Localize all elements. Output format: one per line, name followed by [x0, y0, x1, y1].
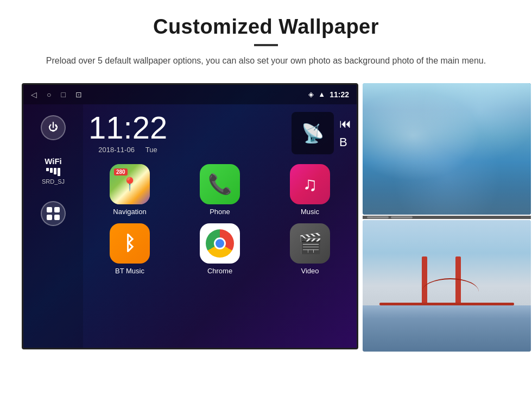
app-item-music[interactable]: ♫ Music [269, 164, 351, 216]
clock-widgets: 📡 ⏮ B [292, 112, 351, 154]
page-subtitle: Preload over 5 default wallpaper options… [43, 54, 489, 68]
bar-4 [58, 168, 60, 176]
bridge-water [363, 305, 531, 352]
mini-bar [363, 216, 531, 219]
status-bar: ◁ ○ □ ⊡ ◈ ▲ 11:22 [23, 85, 357, 104]
bar-1 [46, 168, 49, 171]
home-icon: ○ [47, 90, 51, 99]
date-text: 2018-11-06 [98, 146, 135, 154]
recents-icon: □ [61, 90, 65, 99]
power-icon: ⏻ [48, 122, 58, 133]
wallpaper-preview-ice[interactable] [363, 83, 531, 215]
wifi-widget: WiFi SRD_SJ [42, 156, 65, 185]
prev-track-icon[interactable]: ⏮ [339, 117, 351, 131]
phone-symbol: 📞 [208, 173, 232, 196]
music-label: Music [301, 208, 319, 216]
app-item-bt-music[interactable]: ᛒ BT Music [88, 223, 171, 275]
chrome-label: Chrome [207, 267, 232, 275]
car-setting-area: CarSetting [363, 353, 531, 363]
power-button[interactable]: ⏻ [41, 115, 66, 140]
screen-body: ⏻ WiFi SRD_SJ [23, 104, 357, 348]
bt-music-icon: ᛒ [110, 223, 150, 264]
wifi-label: WiFi [42, 156, 65, 166]
left-sidebar: ⏻ WiFi SRD_SJ [23, 104, 83, 348]
app-item-video[interactable]: 🎬 Video [269, 223, 351, 275]
wifi-signal-bars [42, 168, 65, 176]
location-icon: ◈ [308, 90, 314, 98]
grid-dot [47, 207, 52, 212]
chrome-icon [200, 223, 240, 264]
day-text: Tue [145, 146, 157, 154]
nav-badge: 280 [114, 168, 128, 176]
apps-button[interactable] [41, 201, 66, 226]
grid-dot [54, 207, 60, 212]
phone-label: Phone [210, 208, 230, 216]
radio-icon: 📡 [301, 122, 324, 144]
track-letter: B [339, 135, 351, 149]
clock-date: 2018-11-06 Tue [88, 146, 167, 154]
status-time: 11:22 [330, 90, 349, 99]
video-label: Video [301, 267, 319, 275]
app-grid: 📍 280 Navigation 📞 Phone [88, 164, 351, 275]
phone-icon: 📞 [200, 164, 240, 204]
music-note-symbol: ♫ [303, 173, 318, 196]
clock-time: 11:22 [88, 112, 167, 143]
wifi-network-name: SRD_SJ [42, 178, 65, 185]
wallpaper-previews: CarSetting [363, 83, 531, 363]
wifi-status-icon: ▲ [318, 90, 325, 98]
map-inner: 📍 280 [110, 164, 150, 204]
radio-widget[interactable]: 📡 [292, 112, 334, 154]
bt-music-label: BT Music [115, 267, 144, 275]
status-nav-icons: ◁ ○ □ ⊡ [31, 90, 82, 99]
apps-grid-icon [47, 207, 60, 220]
app-item-navigation[interactable]: 📍 280 Navigation [88, 164, 171, 216]
map-pin-icon: 📍 [122, 177, 138, 192]
chrome-center [214, 237, 226, 249]
video-icon: 🎬 [290, 223, 330, 264]
app-item-chrome[interactable]: Chrome [179, 223, 261, 275]
grid-dot [47, 215, 52, 220]
app-item-phone[interactable]: 📞 Phone [179, 164, 261, 216]
main-content: ◁ ○ □ ⊡ ◈ ▲ 11:22 ⏻ WiFi [0, 78, 532, 363]
back-icon: ◁ [31, 90, 37, 99]
android-screen: ◁ ○ □ ⊡ ◈ ▲ 11:22 ⏻ WiFi [22, 83, 358, 349]
chrome-ring [206, 229, 234, 258]
center-content: 11:22 2018-11-06 Tue 📡 ⏮ [83, 104, 357, 348]
bar-2 [50, 168, 53, 173]
title-divider [254, 44, 278, 46]
screenshot-icon: ⊡ [75, 90, 82, 99]
video-clap-symbol: 🎬 [298, 232, 322, 255]
clock-area: 11:22 2018-11-06 Tue 📡 ⏮ [88, 112, 351, 154]
status-right-icons: ◈ ▲ 11:22 [308, 90, 349, 99]
bridge-cable-left [422, 278, 479, 305]
navigation-label: Navigation [113, 208, 146, 216]
wallpaper-preview-bridge[interactable] [363, 220, 531, 352]
bluetooth-symbol: ᛒ [124, 232, 136, 255]
page-header: Customized Wallpaper Preload over 5 defa… [0, 0, 532, 78]
playback-widgets: ⏮ B [339, 117, 351, 149]
ice-overlay [363, 135, 531, 214]
clock-block: 11:22 2018-11-06 Tue [88, 112, 167, 154]
bar-3 [54, 168, 56, 174]
bridge-background [363, 220, 531, 352]
page-title: Customized Wallpaper [33, 15, 499, 39]
car-setting-label: CarSetting [476, 355, 509, 363]
navigation-icon: 📍 280 [110, 164, 150, 204]
ice-background [363, 83, 531, 215]
music-icon: ♫ [290, 164, 330, 204]
grid-dot [54, 215, 60, 220]
